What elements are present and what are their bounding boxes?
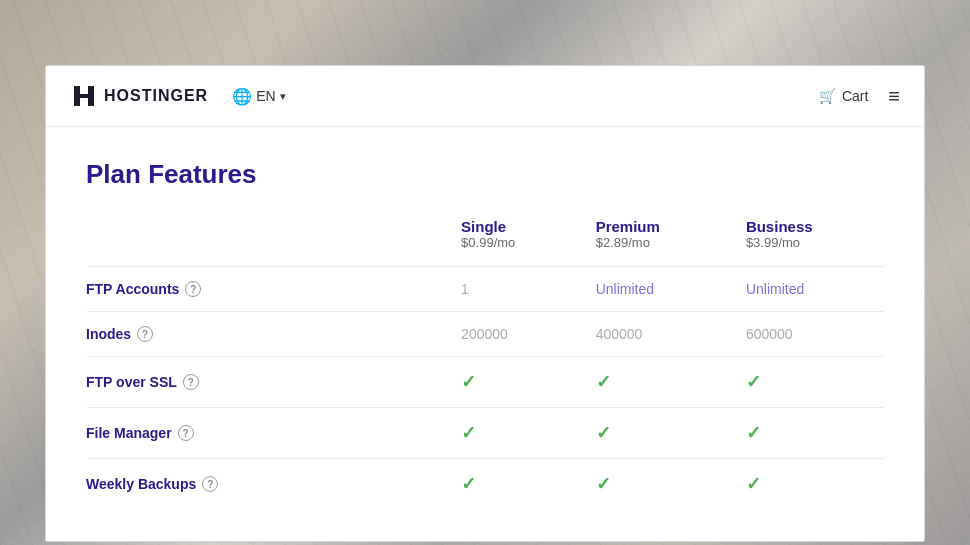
check-icon: ✓ (461, 474, 476, 494)
check-icon: ✓ (461, 423, 476, 443)
plan-name-business: Business (746, 218, 868, 235)
check-icon: ✓ (596, 474, 611, 494)
table-row: Inodes ? 200000400000600000 (86, 312, 884, 357)
table-row: FTP Accounts ? 1UnlimitedUnlimited (86, 267, 884, 312)
plan-price-single: $0.99/mo (461, 235, 564, 250)
plan-name-single: Single (461, 218, 564, 235)
feature-value-1-0: 200000 (445, 312, 580, 357)
feature-label-4: Weekly Backups ? (86, 459, 445, 510)
feature-column-header (86, 218, 445, 267)
feature-label-0: FTP Accounts ? (86, 267, 445, 312)
value-unlimited: Unlimited (746, 281, 804, 297)
feature-value-0-2: Unlimited (730, 267, 884, 312)
chevron-down-icon: ▾ (280, 90, 286, 103)
table-header-row: Single $0.99/mo Premium $2.89/mo Busines… (86, 218, 884, 267)
feature-label-wrapper: Inodes ? (86, 326, 429, 342)
feature-label-3: File Manager ? (86, 408, 445, 459)
value-number: 200000 (461, 326, 508, 342)
lang-label: EN (256, 88, 275, 104)
help-icon[interactable]: ? (137, 326, 153, 342)
value-number: 600000 (746, 326, 793, 342)
main-card: HOSTINGER 🌐 EN ▾ 🛒 Cart ≡ Plan Features … (45, 65, 925, 542)
check-icon: ✓ (746, 474, 761, 494)
help-icon[interactable]: ? (185, 281, 201, 297)
plan-price-business: $3.99/mo (746, 235, 868, 250)
feature-value-1-2: 600000 (730, 312, 884, 357)
feature-value-0-0: 1 (445, 267, 580, 312)
feature-label-wrapper: FTP Accounts ? (86, 281, 429, 297)
plan-column-premium: Premium $2.89/mo (580, 218, 730, 267)
section-title: Plan Features (86, 159, 884, 190)
feature-value-4-0: ✓ (445, 459, 580, 510)
feature-name: Inodes (86, 326, 131, 342)
value-number: 1 (461, 281, 469, 297)
feature-value-2-0: ✓ (445, 357, 580, 408)
feature-value-2-2: ✓ (730, 357, 884, 408)
plan-price-premium: $2.89/mo (596, 235, 714, 250)
cart-button[interactable]: 🛒 Cart (819, 88, 868, 104)
feature-name: File Manager (86, 425, 172, 441)
navbar: HOSTINGER 🌐 EN ▾ 🛒 Cart ≡ (46, 66, 924, 127)
check-icon: ✓ (461, 372, 476, 392)
globe-icon: 🌐 (232, 87, 252, 106)
plan-name-premium: Premium (596, 218, 714, 235)
help-icon[interactable]: ? (178, 425, 194, 441)
help-icon[interactable]: ? (183, 374, 199, 390)
check-icon: ✓ (746, 372, 761, 392)
feature-label-2: FTP over SSL ? (86, 357, 445, 408)
feature-value-3-1: ✓ (580, 408, 730, 459)
main-content: Plan Features Single $0.99/mo Premium $2… (46, 127, 924, 541)
feature-name: FTP over SSL (86, 374, 177, 390)
cart-icon: 🛒 (819, 88, 836, 104)
feature-label-wrapper: FTP over SSL ? (86, 374, 429, 390)
check-icon: ✓ (596, 372, 611, 392)
logo: HOSTINGER (70, 82, 208, 110)
value-unlimited: Unlimited (596, 281, 654, 297)
cart-label: Cart (842, 88, 868, 104)
plan-column-single: Single $0.99/mo (445, 218, 580, 267)
feature-name: Weekly Backups (86, 476, 196, 492)
nav-right: 🛒 Cart ≡ (819, 86, 900, 106)
feature-value-4-2: ✓ (730, 459, 884, 510)
language-selector[interactable]: 🌐 EN ▾ (232, 87, 285, 106)
check-icon: ✓ (746, 423, 761, 443)
help-icon[interactable]: ? (202, 476, 218, 492)
feature-name: FTP Accounts (86, 281, 179, 297)
hostinger-logo-icon (70, 82, 98, 110)
features-table: Single $0.99/mo Premium $2.89/mo Busines… (86, 218, 884, 509)
logo-text: HOSTINGER (104, 87, 208, 105)
value-number: 400000 (596, 326, 643, 342)
hamburger-menu-button[interactable]: ≡ (888, 86, 900, 106)
feature-label-wrapper: File Manager ? (86, 425, 429, 441)
feature-label-1: Inodes ? (86, 312, 445, 357)
feature-value-3-2: ✓ (730, 408, 884, 459)
plan-column-business: Business $3.99/mo (730, 218, 884, 267)
table-row: FTP over SSL ? ✓✓✓ (86, 357, 884, 408)
feature-value-2-1: ✓ (580, 357, 730, 408)
table-row: Weekly Backups ? ✓✓✓ (86, 459, 884, 510)
table-row: File Manager ? ✓✓✓ (86, 408, 884, 459)
feature-value-4-1: ✓ (580, 459, 730, 510)
feature-value-1-1: 400000 (580, 312, 730, 357)
check-icon: ✓ (596, 423, 611, 443)
feature-value-0-1: Unlimited (580, 267, 730, 312)
feature-value-3-0: ✓ (445, 408, 580, 459)
feature-label-wrapper: Weekly Backups ? (86, 476, 429, 492)
